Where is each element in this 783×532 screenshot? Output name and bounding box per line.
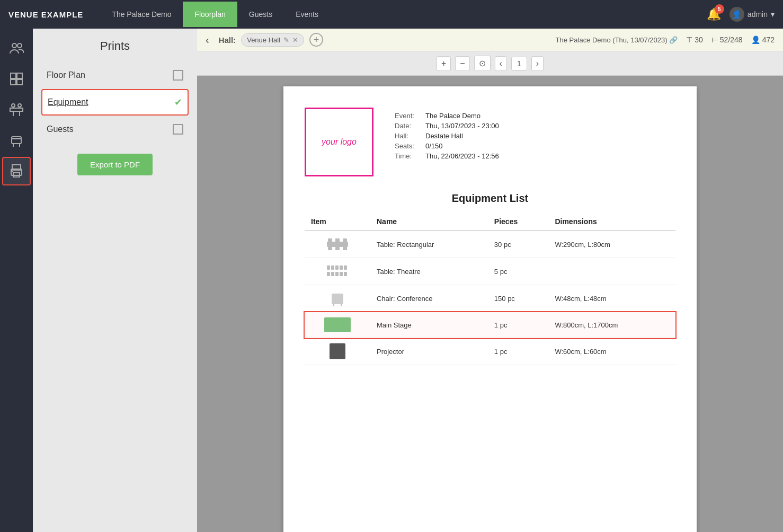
svg-rect-34 xyxy=(340,272,343,276)
sidebar-item-print[interactable] xyxy=(2,157,31,185)
panel-title: Prints xyxy=(41,39,189,53)
menu-guests[interactable]: Guests xyxy=(41,118,189,141)
zoom-out-button[interactable]: − xyxy=(455,56,469,71)
hall-stats: ⊤ 30 ⊢ 52/248 👤 472 xyxy=(686,36,775,44)
svg-rect-29 xyxy=(340,265,343,270)
sidebar-item-furniture[interactable] xyxy=(2,126,31,155)
nav-right: 🔔 5 👤 admin ▾ xyxy=(707,7,775,22)
row-0-dimensions: W:290cm, L:80cm xyxy=(548,230,675,258)
doc-toolbar: + − ⊙ ‹ 1 › xyxy=(197,51,783,76)
row-0-name: Table: Rectangular xyxy=(370,230,488,258)
event-label-0: Event: xyxy=(395,112,421,120)
admin-menu[interactable]: 👤 admin ▾ xyxy=(729,7,775,22)
svg-rect-2 xyxy=(11,73,16,78)
sidebar-item-guests[interactable] xyxy=(2,34,31,63)
seats-stat-icon: ⊢ xyxy=(711,36,718,44)
event-row-3: Seats: 0/150 xyxy=(395,142,499,150)
nav-the-palace-demo[interactable]: The Palace Demo xyxy=(100,2,183,27)
menu-floor-plan[interactable]: Floor Plan xyxy=(41,64,189,87)
row-4-icon xyxy=(305,338,370,365)
svg-rect-30 xyxy=(344,265,347,270)
nav-events[interactable]: Events xyxy=(284,2,330,27)
table-row: Chair: Conference 150 pc W:48cm, L:48cm xyxy=(305,285,675,312)
col-item: Item xyxy=(305,213,370,230)
sidebar-item-layout[interactable] xyxy=(2,65,31,93)
seats-count: 52/248 xyxy=(720,36,743,44)
col-name: Name xyxy=(370,213,488,230)
svg-rect-22 xyxy=(343,238,347,242)
col-dimensions: Dimensions xyxy=(548,213,675,230)
next-page-button[interactable]: › xyxy=(531,56,544,71)
row-3-name: Main Stage xyxy=(370,312,488,338)
menu-equipment[interactable]: Equipment ✔ xyxy=(41,89,189,116)
row-4-pieces: 1 pc xyxy=(488,338,549,365)
nav-floorplan[interactable]: Floorplan xyxy=(183,2,237,27)
equipment-title: Equipment List xyxy=(305,192,675,205)
prev-page-button[interactable]: ‹ xyxy=(495,56,507,71)
zoom-reset-button[interactable]: ⊙ xyxy=(474,56,491,71)
svg-point-6 xyxy=(12,104,15,107)
row-0-pieces: 30 pc xyxy=(488,230,549,258)
content-area: ‹ Hall: Venue Hall ✎ ✕ + The Palace Demo… xyxy=(197,29,783,532)
event-row-0: Event: The Palace Demo xyxy=(395,112,499,120)
row-4-dimensions: W:60cm, L:60cm xyxy=(548,338,675,365)
svg-rect-31 xyxy=(327,272,330,276)
row-1-name: Table: Theatre xyxy=(370,258,488,285)
hall-tag-name: Venue Hall xyxy=(247,36,280,44)
row-2-name: Chair: Conference xyxy=(370,285,488,312)
guests-checkbox[interactable] xyxy=(173,124,183,135)
brand: VENUE EXAMPLE xyxy=(8,10,83,19)
seats-stat: ⊢ 52/248 xyxy=(711,36,743,44)
svg-point-1 xyxy=(17,43,22,48)
svg-rect-32 xyxy=(331,272,334,276)
chair-conf-icon xyxy=(311,290,364,306)
table-row: Table: Theatre 5 pc xyxy=(305,258,675,285)
svg-rect-8 xyxy=(10,108,23,111)
zoom-in-button[interactable]: + xyxy=(437,56,451,71)
chevron-down-icon: ▾ xyxy=(771,10,775,19)
hall-add-button[interactable]: + xyxy=(309,33,323,47)
svg-rect-24 xyxy=(335,247,340,250)
hall-tag: Venue Hall ✎ ✕ xyxy=(241,33,304,47)
svg-point-0 xyxy=(12,43,16,48)
doc-view[interactable]: your logo Event: The Palace Demo Date: T… xyxy=(197,76,783,532)
row-2-icon xyxy=(305,285,370,312)
svg-rect-25 xyxy=(343,247,347,250)
sidebar-icons xyxy=(0,29,33,532)
admin-label: admin xyxy=(748,10,768,19)
svg-rect-23 xyxy=(328,247,332,250)
top-nav: VENUE EXAMPLE The Palace Demo Floorplan … xyxy=(0,0,783,29)
tables-count: 30 xyxy=(695,36,703,44)
svg-rect-19 xyxy=(327,242,348,247)
row-1-icon xyxy=(305,258,370,285)
svg-rect-20 xyxy=(328,238,332,242)
projector-icon xyxy=(311,343,364,359)
event-label-2: Hall: xyxy=(395,132,421,140)
theatre-table-icon xyxy=(311,263,364,279)
hall-collapse-icon[interactable]: ‹ xyxy=(206,34,209,46)
nav-links: The Palace Demo Floorplan Guests Events xyxy=(100,2,707,27)
event-label-4: Time: xyxy=(395,152,421,160)
row-4-name: Projector xyxy=(370,338,488,365)
hall-close-icon[interactable]: ✕ xyxy=(292,36,298,44)
svg-rect-21 xyxy=(335,238,340,242)
tables-stat: ⊤ 30 xyxy=(686,36,703,44)
floor-plan-checkbox[interactable] xyxy=(173,70,183,81)
export-pdf-button[interactable]: Export to PDF xyxy=(77,154,153,175)
nav-guests[interactable]: Guests xyxy=(237,2,284,27)
row-2-dimensions: W:48cm, L:48cm xyxy=(548,285,675,312)
row-1-pieces: 5 pc xyxy=(488,258,549,285)
doc-header: your logo Event: The Palace Demo Date: T… xyxy=(305,108,675,176)
event-value-3: 0/150 xyxy=(425,142,443,150)
svg-rect-5 xyxy=(17,79,22,85)
link-icon: 🔗 xyxy=(669,36,678,44)
hall-bar: ‹ Hall: Venue Hall ✎ ✕ + The Palace Demo… xyxy=(197,29,783,51)
svg-rect-35 xyxy=(344,272,347,276)
event-row-1: Date: Thu, 13/07/2023 - 23:00 xyxy=(395,122,499,130)
sidebar-item-table[interactable] xyxy=(2,95,31,124)
bell-button[interactable]: 🔔 5 xyxy=(707,7,721,21)
table-row: Table: Rectangular 30 pc W:290cm, L:80cm xyxy=(305,230,675,258)
svg-rect-28 xyxy=(335,265,339,270)
row-3-dimensions: W:800cm, L:1700cm xyxy=(548,312,675,338)
hall-edit-icon[interactable]: ✎ xyxy=(283,36,289,44)
